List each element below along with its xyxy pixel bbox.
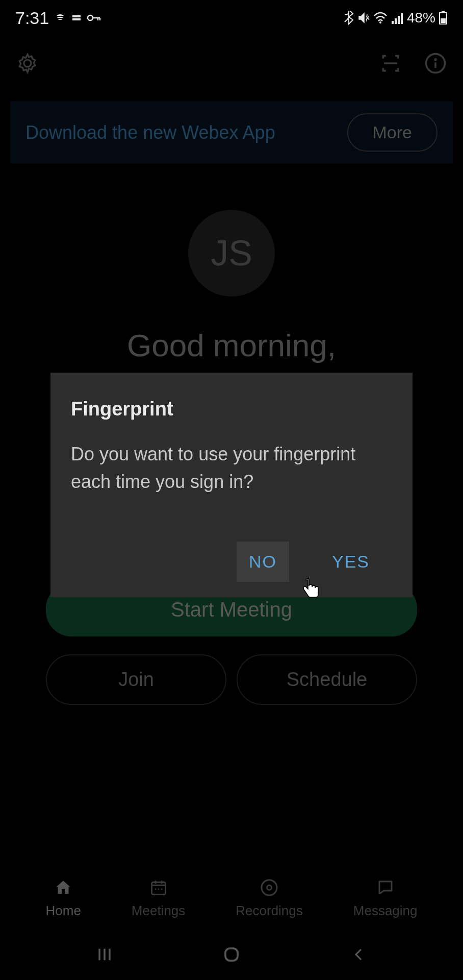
dialog-yes-button[interactable]: YES xyxy=(320,542,382,582)
dialog-title: Fingerprint xyxy=(71,398,392,420)
dialog-message: Do you want to use your fingerprint each… xyxy=(71,440,392,496)
dialog-buttons: NO YES xyxy=(71,542,392,582)
dialog-overlay: Fingerprint Do you want to use your fing… xyxy=(0,0,463,980)
cursor-pointer-icon xyxy=(301,577,321,603)
fingerprint-dialog: Fingerprint Do you want to use your fing… xyxy=(50,373,413,597)
dialog-no-button[interactable]: NO xyxy=(237,542,289,582)
